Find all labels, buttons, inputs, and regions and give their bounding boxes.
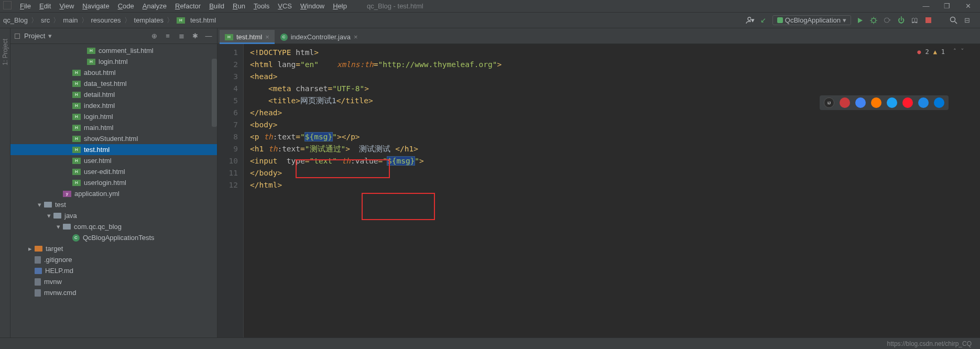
tree-item[interactable]: HELP.md bbox=[10, 265, 217, 276]
inspection-widget[interactable]: ●2 ▲1 ˆ ˇ bbox=[917, 46, 964, 58]
tree-item[interactable]: user.html bbox=[10, 155, 217, 166]
run-config-select[interactable]: QcBlogApplication ▾ bbox=[772, 15, 851, 25]
settings-icon[interactable]: ✱ bbox=[191, 32, 199, 40]
menu-build[interactable]: Build bbox=[205, 1, 228, 11]
breadcrumb[interactable]: qc_Blog〉src〉main〉resources〉templates〉tes… bbox=[3, 16, 216, 25]
coverage-icon[interactable]: ⧂ bbox=[883, 16, 892, 25]
tree-item[interactable]: detail.html bbox=[10, 89, 217, 100]
tree-item[interactable]: application.yml bbox=[10, 188, 217, 199]
tree-item[interactable]: .gitignore bbox=[10, 254, 217, 265]
minimize-button[interactable]: ― bbox=[922, 3, 930, 10]
folder-icon bbox=[63, 224, 71, 230]
menu-analyze[interactable]: Analyze bbox=[138, 1, 171, 11]
tree-item[interactable]: main.html bbox=[10, 122, 217, 133]
breadcrumb-item[interactable]: main bbox=[63, 16, 78, 24]
scrollbar-thumb[interactable] bbox=[212, 59, 217, 127]
browser-icon[interactable] bbox=[871, 97, 881, 108]
back-icon[interactable]: ↙ bbox=[759, 16, 768, 25]
ide-icon[interactable]: IJ bbox=[824, 97, 834, 108]
run-icon[interactable] bbox=[855, 16, 865, 25]
code-content[interactable]: <!DOCTYPE html><html lang="en" xmlns:th=… bbox=[244, 44, 980, 337]
code-line[interactable]: <!DOCTYPE html> bbox=[250, 47, 980, 59]
editor-tab[interactable]: indexController.java× bbox=[275, 30, 363, 43]
code-line[interactable]: <h1 th:text="测试通过"> 测试测试 </h1> bbox=[250, 143, 980, 155]
tree-item[interactable]: QcBlogApplicationTests bbox=[10, 232, 217, 243]
hide-icon[interactable]: ⊟ bbox=[962, 16, 972, 25]
tree-item-label: login.html bbox=[99, 58, 128, 66]
tree-item-label: test bbox=[55, 201, 66, 209]
tree-item[interactable]: login.html bbox=[10, 56, 217, 67]
tree-item[interactable]: user-edit.html bbox=[10, 166, 217, 177]
code-editor[interactable]: 123456789101112 <!DOCTYPE html><html lan… bbox=[217, 44, 980, 337]
project-toolwindow-button[interactable]: 1: Project bbox=[2, 39, 9, 66]
stop-icon[interactable] bbox=[923, 16, 933, 25]
code-line[interactable]: <meta charset="UTF-8"> bbox=[250, 83, 980, 95]
tree-item[interactable]: userlogin.html bbox=[10, 177, 217, 188]
code-line[interactable]: <html lang="en" xmlns:th="http://www.thy… bbox=[250, 59, 980, 71]
editor-tab[interactable]: test.html× bbox=[220, 30, 275, 44]
tree-item[interactable]: ▸target bbox=[10, 243, 217, 254]
tree-item[interactable]: mvnw bbox=[10, 276, 217, 287]
browser-icon[interactable] bbox=[855, 97, 866, 108]
code-line[interactable]: </html> bbox=[250, 179, 980, 191]
code-line[interactable]: <body> bbox=[250, 119, 980, 131]
browser-icon[interactable] bbox=[887, 97, 897, 108]
code-line[interactable]: </body> bbox=[250, 167, 980, 179]
browser-icon[interactable] bbox=[840, 97, 850, 108]
error-count: 2 bbox=[925, 46, 929, 58]
browser-icon[interactable] bbox=[902, 97, 913, 108]
menu-tools[interactable]: Tools bbox=[249, 1, 274, 11]
menu-code[interactable]: Code bbox=[114, 1, 138, 11]
tree-item[interactable]: comment_list.html bbox=[10, 45, 217, 56]
breadcrumb-item[interactable]: test.html bbox=[177, 16, 216, 24]
locate-icon[interactable]: ⊕ bbox=[150, 32, 158, 40]
attach-icon[interactable]: 🕮 bbox=[910, 16, 919, 25]
menu-vcs[interactable]: VCS bbox=[274, 1, 296, 11]
tree-item-label: about.html bbox=[84, 69, 116, 77]
user-icon[interactable]: ▾ bbox=[745, 16, 755, 25]
code-line[interactable]: <head> bbox=[250, 71, 980, 83]
expand-icon[interactable]: ≡ bbox=[164, 32, 172, 40]
maximize-button[interactable]: ❐ bbox=[943, 3, 951, 10]
breadcrumb-item[interactable]: src bbox=[41, 16, 50, 24]
profile-icon[interactable]: ⏻ bbox=[896, 16, 906, 25]
project-tree[interactable]: comment_list.htmllogin.htmlabout.htmldat… bbox=[10, 44, 217, 337]
menu-help[interactable]: Help bbox=[329, 1, 351, 11]
browser-icon[interactable] bbox=[934, 97, 944, 108]
breadcrumb-item[interactable]: resources bbox=[91, 16, 121, 24]
close-icon[interactable]: × bbox=[354, 33, 358, 41]
menu-file[interactable]: File bbox=[16, 1, 35, 11]
code-line[interactable]: <p th:text="${msg}"></p> bbox=[250, 131, 980, 143]
tree-item[interactable]: ▾java bbox=[10, 210, 217, 221]
menu-view[interactable]: View bbox=[55, 1, 78, 11]
collapse-icon[interactable]: ≣ bbox=[177, 32, 186, 40]
menu-window[interactable]: Window bbox=[296, 1, 329, 11]
tree-item[interactable]: ▾test bbox=[10, 199, 217, 210]
code-line[interactable]: <input type="text" th:value="${msg}"> bbox=[250, 155, 980, 167]
menu-edit[interactable]: Edit bbox=[35, 1, 55, 11]
file-icon bbox=[35, 289, 41, 297]
menu-refactor[interactable]: Refactor bbox=[171, 1, 205, 11]
breadcrumb-item[interactable]: templates bbox=[134, 16, 164, 24]
tree-item[interactable]: showStudent.html bbox=[10, 133, 217, 144]
tree-item[interactable]: login.html bbox=[10, 111, 217, 122]
close-icon[interactable]: × bbox=[265, 33, 269, 41]
menu-run[interactable]: Run bbox=[228, 1, 249, 11]
tree-item[interactable]: ▾com.qc.qc_blog bbox=[10, 221, 217, 232]
debug-icon[interactable] bbox=[869, 16, 878, 25]
breadcrumb-item[interactable]: qc_Blog bbox=[3, 16, 28, 24]
tree-item[interactable]: about.html bbox=[10, 67, 217, 78]
tree-item[interactable]: mvnw.cmd bbox=[10, 287, 217, 298]
tree-item[interactable]: index.html bbox=[10, 100, 217, 111]
project-pane-title[interactable]: Project bbox=[24, 32, 45, 40]
tree-item[interactable]: data_test.html bbox=[10, 78, 217, 89]
editor-tabs: test.html×indexController.java× bbox=[217, 28, 980, 44]
tree-item[interactable]: test.html bbox=[10, 144, 217, 155]
hide-sidebar-icon[interactable]: — bbox=[204, 32, 213, 40]
search-icon[interactable] bbox=[949, 16, 958, 25]
menu-navigate[interactable]: Navigate bbox=[78, 1, 113, 11]
close-button[interactable]: ✕ bbox=[964, 3, 972, 10]
browser-preview-icons[interactable]: IJ bbox=[820, 95, 949, 110]
browser-icon[interactable] bbox=[918, 97, 929, 108]
window-title: qc_Blog - test.html bbox=[367, 2, 423, 10]
